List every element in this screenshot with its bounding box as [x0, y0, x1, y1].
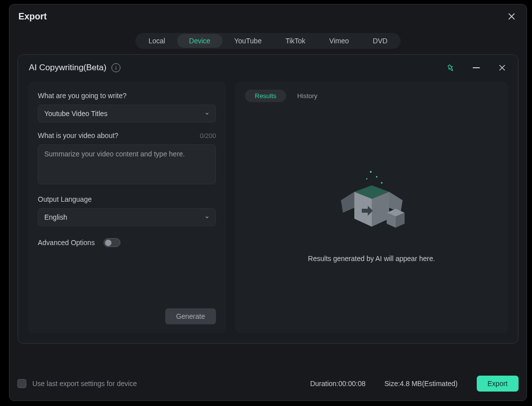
- open-box-icon: [332, 163, 412, 243]
- svg-point-6: [366, 178, 367, 179]
- write-type-value: Youtube Video Titles: [44, 110, 107, 118]
- write-type-select[interactable]: Youtube Video Titles: [38, 105, 216, 123]
- video-about-label: What is your video about?: [38, 132, 118, 139]
- export-title: Export: [9, 4, 527, 28]
- export-window: Export Local Device YouTube TikTok Vimeo…: [9, 4, 527, 401]
- close-icon[interactable]: [507, 11, 517, 21]
- svg-marker-10: [341, 192, 354, 213]
- svg-point-5: [376, 176, 377, 178]
- tab-dvd[interactable]: DVD: [361, 34, 400, 48]
- tab-tiktok[interactable]: TikTok: [274, 34, 318, 48]
- info-icon[interactable]: i: [111, 63, 120, 72]
- export-footer: Use last export settings for device Dura…: [17, 376, 519, 392]
- ai-results-card: Results History: [235, 82, 508, 333]
- char-counter: 0/200: [200, 132, 216, 139]
- tab-vimeo[interactable]: Vimeo: [318, 34, 361, 48]
- results-tab-row: Results History: [245, 90, 498, 102]
- chevron-down-icon: [205, 215, 210, 220]
- tab-device[interactable]: Device: [177, 34, 222, 48]
- tab-youtube[interactable]: YouTube: [222, 34, 274, 48]
- svg-point-7: [381, 182, 382, 183]
- advanced-options-toggle[interactable]: [104, 238, 120, 247]
- video-about-textarea[interactable]: Summarize your video content and type he…: [38, 144, 216, 184]
- output-language-value: English: [44, 213, 67, 221]
- ai-panel-header: AI Copywriting(Beta) i: [18, 55, 518, 77]
- export-button[interactable]: Export: [477, 376, 519, 392]
- svg-point-4: [370, 171, 372, 173]
- ai-copywriting-panel: AI Copywriting(Beta) i What are you goin…: [17, 54, 519, 344]
- export-tab-strip: Local Device YouTube TikTok Vimeo DVD: [9, 33, 527, 49]
- use-last-settings-label: Use last export settings for device: [32, 380, 137, 388]
- use-last-settings-checkbox[interactable]: [17, 379, 26, 388]
- duration-readout: Duration:00:00:08: [310, 380, 365, 388]
- size-readout: Size:4.8 MB(Estimated): [384, 380, 457, 388]
- empty-state-text: Results generated by AI will appear here…: [308, 255, 435, 263]
- output-language-label: Output Language: [38, 195, 216, 203]
- tab-history[interactable]: History: [297, 92, 317, 100]
- output-language-select[interactable]: English: [38, 208, 216, 226]
- chevron-down-icon: [205, 111, 210, 116]
- write-type-label: What are you going to write?: [38, 92, 216, 100]
- tab-results[interactable]: Results: [245, 90, 286, 102]
- generate-button[interactable]: Generate: [165, 308, 216, 324]
- ai-input-card: What are you going to write? Youtube Vid…: [28, 82, 226, 333]
- advanced-options-label: Advanced Options: [38, 239, 95, 247]
- empty-state: Results generated by AI will appear here…: [245, 102, 498, 323]
- tab-local[interactable]: Local: [136, 34, 177, 48]
- close-panel-icon[interactable]: [497, 63, 507, 73]
- ai-panel-title: AI Copywriting(Beta): [29, 63, 106, 73]
- pin-icon[interactable]: [445, 63, 455, 73]
- minimize-icon[interactable]: [471, 63, 481, 73]
